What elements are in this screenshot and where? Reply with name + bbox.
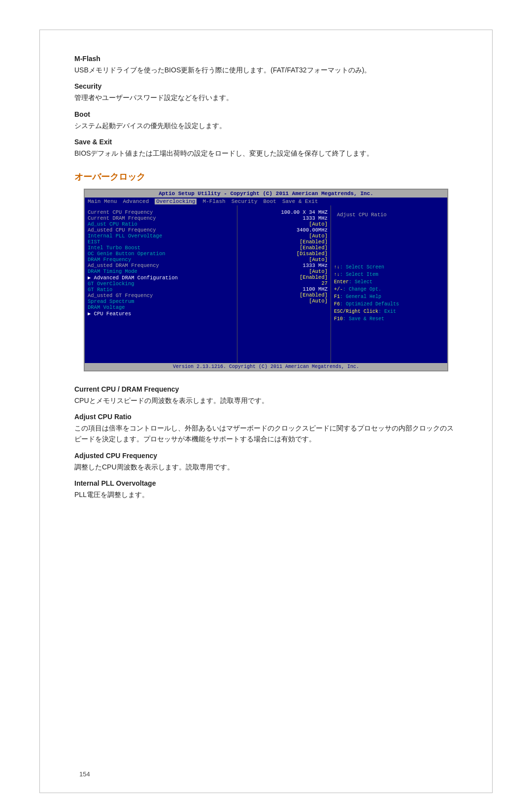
bios-row-11-label: ▶ Advanced DRAM Configuration <box>88 274 234 281</box>
bios-row-12-value: [Enabled] <box>240 274 328 280</box>
bios-hint-screen: ↑↓: Select Screen <box>334 264 444 271</box>
mflash-section: M-Flash USBメモリドライブを使ったBIOS更新を行う際に使用します。(… <box>74 55 458 75</box>
menu-mflash[interactable]: M-Flash <box>202 199 225 204</box>
bios-hint-item: ↑↓: Select Item <box>334 271 444 278</box>
boot-body: システム起動デバイスの優先順位を設定します。 <box>74 120 458 131</box>
bios-row-10-value: [Auto] <box>240 268 328 274</box>
save-exit-title: Save & Exit <box>74 138 458 146</box>
bios-row-3-value: 3400.00MHz <box>240 227 328 233</box>
bios-middle-panel: 100.00 X 34 MHZ 1333 MHz [Auto] 3400.00M… <box>237 205 331 363</box>
bios-content: Current CPU Frequency Current DRAM Frequ… <box>85 205 447 363</box>
bios-row-2-label: Ad_ust CPU Ratio <box>88 221 234 227</box>
bios-row-16-value: [Auto] <box>240 298 328 304</box>
save-exit-body: BIOSデフォルト値または工場出荷時の設定をロードし、変更した設定値を保存して終… <box>74 148 458 159</box>
bios-row-14-label: Ad_usted GT Frequency <box>88 293 234 299</box>
bios-row-1-label: Current DRAM Frequency <box>88 215 234 221</box>
bios-row-10-label: DRAM Timing Mode <box>88 268 234 274</box>
bios-row-2-value: [Auto] <box>240 221 328 227</box>
bios-right-panel: Adjust CPU Ratio ↑↓: Select Screen ↑↓: S… <box>331 205 447 363</box>
internal-pll-body: PLL電圧を調整します。 <box>74 489 458 500</box>
bios-row-0-label: Current CPU Frequency <box>88 209 234 215</box>
boot-title: Boot <box>74 110 458 118</box>
menu-save-exit[interactable]: Save & Exit <box>282 199 318 204</box>
bios-row-6-label: Intel Turbo Boost <box>88 245 234 251</box>
bios-left-panel: Current CPU Frequency Current DRAM Frequ… <box>85 205 237 363</box>
bios-row-12-label: GT OverClocking <box>88 281 234 287</box>
mflash-body: USBメモリドライブを使ったBIOS更新を行う際に使用します。(FAT/FAT3… <box>74 65 458 75</box>
bios-menu-bar: Main Menu Advanced Overclocking M-Flash … <box>85 198 447 205</box>
adjust-cpu-ratio-body: この項目は倍率をコントロールし、外部あるいはマザーボードのクロックスピードに関す… <box>74 423 458 445</box>
bios-row-9-value: 1333 MHz <box>240 263 328 268</box>
bios-row-8-label: DRAM Frequency <box>88 257 234 263</box>
adjusted-cpu-freq-section: Adjusted CPU Frequency 調整したCPU周波数を表示します。… <box>74 452 458 472</box>
page-number: 154 <box>79 770 90 778</box>
mflash-title: M-Flash <box>74 55 458 63</box>
bios-row-9-label: Ad_usted DRAM Frequency <box>88 263 234 268</box>
bios-row-3-label: Ad_usted CPU Frequency <box>88 227 234 233</box>
bios-hint-f10: F10: Save & Reset <box>334 315 444 323</box>
cpu-dram-freq-title: Current CPU / DRAM Frequency <box>74 385 458 393</box>
menu-main[interactable]: Main Menu <box>88 199 117 204</box>
adjusted-cpu-freq-body: 調整したCPU周波数を表示します。読取専用です。 <box>74 462 458 472</box>
bios-row-4-value: [Auto] <box>240 233 328 239</box>
bios-row-13-label: GT Ratio <box>88 287 234 293</box>
cpu-dram-freq-section: Current CPU / DRAM Frequency CPUとメモリスピード… <box>74 385 458 406</box>
bios-row-14-value: 1100 MHZ <box>240 286 328 292</box>
bios-footer: Version 2.13.1216. Copyright (C) 2011 Am… <box>85 363 447 370</box>
bios-hint-enter: Enter: Select <box>334 278 444 286</box>
bios-row-15-label: Spread Spectrum <box>88 299 234 304</box>
bios-title-bar: Aptio Setup Utility - Copyright (C) 2011… <box>85 190 447 198</box>
bios-hint-esc: ESC/Right Click: Exit <box>334 308 444 315</box>
bios-row-15-value: [Enabled] <box>240 292 328 298</box>
security-section: Security 管理者やユーザーパスワード設定などを行います。 <box>74 82 458 103</box>
menu-overclocking[interactable]: Overclocking <box>155 199 197 204</box>
bios-row-6-value: [Enabled] <box>240 245 328 251</box>
menu-advanced[interactable]: Advanced <box>123 199 149 204</box>
bios-row-17-label: ▶ CPU Features <box>88 310 234 317</box>
bios-row-16-label: DRAM Voltage <box>88 304 234 310</box>
bios-row-5-label: EIST <box>88 239 234 245</box>
bios-row-8-value: [Auto] <box>240 257 328 263</box>
bios-row-1-value: 1333 MHz <box>240 215 328 221</box>
save-exit-section: Save & Exit BIOSデフォルト値または工場出荷時の設定をロードし、変… <box>74 138 458 159</box>
menu-security[interactable]: Security <box>232 199 258 204</box>
security-title: Security <box>74 82 458 90</box>
internal-pll-section: Internal PLL Overvoltage PLL電圧を調整します。 <box>74 479 458 500</box>
bios-row-0-value: 100.00 X 34 MHZ <box>240 209 328 215</box>
bios-hint-f6: F6: Optimized Defaults <box>334 300 444 308</box>
bios-right-desc: Adjust CPU Ratio <box>334 209 444 224</box>
security-body: 管理者やユーザーパスワード設定などを行います。 <box>74 92 458 103</box>
bios-hint-f1: F1: General Help <box>334 293 444 300</box>
bios-row-4-label: Internal PLL Overvoltage <box>88 233 234 239</box>
menu-boot[interactable]: Boot <box>263 199 276 204</box>
bios-row-13-value: 27 <box>240 280 328 286</box>
cpu-dram-freq-body: CPUとメモリスピードの周波数を表示します。読取専用です。 <box>74 395 458 406</box>
adjust-cpu-ratio-section: Adjust CPU Ratio この項目は倍率をコントロールし、外部あるいはマ… <box>74 413 458 445</box>
bios-row-7-value: [Disabled] <box>240 251 328 257</box>
bios-row-7-label: OC Genie Button Operation <box>88 251 234 257</box>
oc-heading: オーバークロック <box>74 171 458 183</box>
bios-screen: Aptio Setup Utility - Copyright (C) 2011… <box>84 189 448 371</box>
bios-row-5-value: [Enabled] <box>240 239 328 245</box>
bios-hints-container: ↑↓: Select Screen ↑↓: Select Item Enter:… <box>334 264 444 323</box>
boot-section: Boot システム起動デバイスの優先順位を設定します。 <box>74 110 458 131</box>
bios-hint-change: +/-: Change Opt. <box>334 286 444 293</box>
internal-pll-title: Internal PLL Overvoltage <box>74 479 458 487</box>
adjusted-cpu-freq-title: Adjusted CPU Frequency <box>74 452 458 460</box>
adjust-cpu-ratio-title: Adjust CPU Ratio <box>74 413 458 421</box>
